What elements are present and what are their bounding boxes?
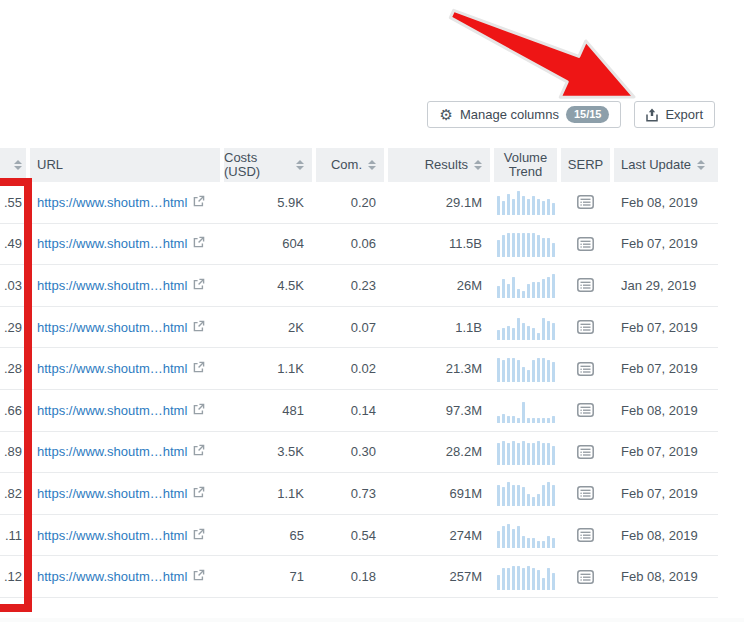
competition-value: 0.30 [316,432,384,473]
keyword-value-truncated: .82 [0,473,26,514]
last-update-value: Feb 08, 2019 [614,182,718,223]
url-link[interactable]: https://www.shoutm…html [37,403,205,418]
volume-trend-chart [497,480,555,506]
export-label: Export [665,107,703,122]
external-link-icon[interactable] [193,195,205,210]
serp-button[interactable] [577,528,594,542]
external-link-icon[interactable] [193,403,205,418]
external-link-icon[interactable] [193,444,205,459]
header-cell-costs[interactable]: Costs (USD) [224,148,312,182]
serp-cell [561,307,610,348]
url-link[interactable]: https://www.shoutm…html [37,195,205,210]
url-link[interactable]: https://www.shoutm…html [37,486,205,501]
manage-columns-button[interactable]: ⚙ Manage columns 15/15 [427,101,621,128]
volume-trend-chart [497,564,555,590]
url-link[interactable]: https://www.shoutm…html [37,278,205,293]
url-link[interactable]: https://www.shoutm…html [37,528,205,543]
table-row: .55 https://www.shoutm…html 5.9K [0,182,718,224]
external-link-icon[interactable] [193,320,205,335]
url-link[interactable]: https://www.shoutm…html [37,361,205,376]
external-link-icon[interactable] [193,528,205,543]
url-cell: https://www.shoutm…html [30,307,220,348]
url-link[interactable]: https://www.shoutm…html [37,569,205,584]
serp-button[interactable] [577,237,594,251]
serp-button[interactable] [577,195,594,209]
serp-cell [561,556,610,597]
volume-trend-cell [494,432,557,473]
serp-cell [561,432,610,473]
serp-cell [561,348,610,389]
sort-icon [296,160,304,170]
header-cell-com[interactable]: Com. [316,148,384,182]
volume-trend-cell [494,390,557,431]
bottom-divider [0,618,744,622]
serp-cell [561,515,610,556]
url-link[interactable]: https://www.shoutm…html [37,444,205,459]
serp-cell [561,473,610,514]
table-row: .11 https://www.shoutm…html 65 0 [0,515,718,557]
competition-value: 0.20 [316,182,384,223]
header-cell-last-update[interactable]: Last Update [614,148,718,182]
competition-value: 0.06 [316,224,384,265]
keyword-value-truncated: .11 [0,515,26,556]
url-cell: https://www.shoutm…html [30,556,220,597]
costs-value: 1.1K [224,473,312,514]
url-cell: https://www.shoutm…html [30,432,220,473]
url-cell: https://www.shoutm…html [30,473,220,514]
keyword-value-truncated: .66 [0,390,26,431]
columns-count-badge: 15/15 [566,106,610,123]
export-button[interactable]: Export [634,101,715,128]
costs-value: 3.5K [224,432,312,473]
costs-value: 5.9K [224,182,312,223]
sort-icon [697,160,705,170]
table-row: .49 https://www.shoutm…html 604 [0,224,718,266]
competition-value: 0.07 [316,307,384,348]
serp-button[interactable] [577,362,594,376]
volume-trend-chart [497,397,555,423]
competition-value: 0.23 [316,265,384,306]
external-link-icon[interactable] [193,236,205,251]
last-update-value: Feb 07, 2019 [614,224,718,265]
serp-button[interactable] [577,486,594,500]
table-row: .03 https://www.shoutm…html 4.5K [0,265,718,307]
external-link-icon[interactable] [193,486,205,501]
serp-button[interactable] [577,278,594,292]
competition-value: 0.18 [316,556,384,597]
header-cell-results[interactable]: Results [388,148,490,182]
last-update-value: Feb 08, 2019 [614,556,718,597]
header-cell-keyword-truncated[interactable] [0,148,26,182]
volume-trend-cell [494,224,557,265]
external-link-icon[interactable] [193,569,205,584]
sort-icon [474,160,482,170]
costs-value: 2K [224,307,312,348]
external-link-icon[interactable] [193,361,205,376]
export-icon [646,108,658,122]
url-link[interactable]: https://www.shoutm…html [37,236,205,251]
keyword-value-truncated: .29 [0,307,26,348]
manage-columns-label: Manage columns [460,107,559,122]
external-link-icon[interactable] [193,278,205,293]
keyword-value-truncated: .49 [0,224,26,265]
url-cell: https://www.shoutm…html [30,390,220,431]
table-body: .55 https://www.shoutm…html 5.9K [0,182,718,598]
serp-button[interactable] [577,403,594,417]
header-cell-volume-trend: Volume Trend [494,148,557,182]
header-cell-serp: SERP [561,148,610,182]
results-value: 11.5B [388,224,490,265]
results-value: 691M [388,473,490,514]
last-update-value: Feb 07, 2019 [614,307,718,348]
volume-trend-cell [494,515,557,556]
serp-button[interactable] [577,320,594,334]
results-value: 1.1B [388,307,490,348]
table-row: .28 https://www.shoutm…html 1.1K [0,348,718,390]
competition-value: 0.02 [316,348,384,389]
last-update-value: Feb 08, 2019 [614,390,718,431]
costs-value: 604 [224,224,312,265]
url-cell: https://www.shoutm…html [30,182,220,223]
serp-button[interactable] [577,445,594,459]
url-link[interactable]: https://www.shoutm…html [37,320,205,335]
gear-icon: ⚙ [439,107,452,122]
serp-button[interactable] [577,570,594,584]
results-value: 29.1M [388,182,490,223]
keyword-value-truncated: .12 [0,556,26,597]
